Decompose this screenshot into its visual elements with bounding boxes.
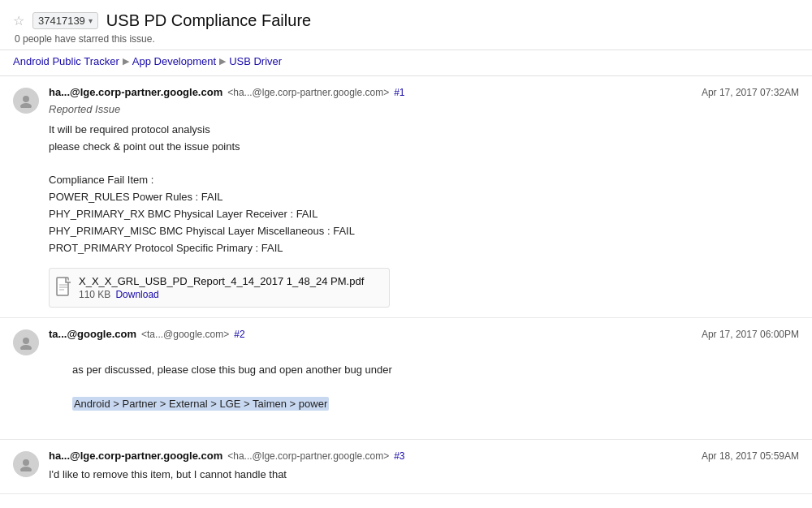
comment-1-body: ha...@lge.corp-partner.google.com <ha...… (49, 86, 799, 308)
comment-1-date: Apr 17, 2017 07:32AM (702, 87, 799, 98)
comment-2-body: ta...@google.com <ta...@google.com> #2 A… (49, 328, 799, 429)
comment-2-author-name: ta...@google.com (49, 328, 136, 340)
svg-point-9 (20, 467, 32, 471)
avatar-1 (13, 88, 39, 114)
comment-2-author-email: <ta...@google.com> (141, 329, 229, 340)
comment-2-header: ta...@google.com <ta...@google.com> #2 A… (49, 328, 799, 340)
svg-point-0 (23, 96, 29, 102)
comment-3-header: ha...@lge.corp-partner.google.com <ha...… (49, 450, 799, 462)
comment-3-num[interactable]: #3 (394, 450, 404, 462)
comment-2-highlight: Android > Partner > External > LGE > Tai… (72, 397, 329, 411)
issue-header: ☆ 37417139 ▾ USB PD Compliance Failure 0… (0, 0, 812, 50)
issue-title-row: ☆ 37417139 ▾ USB PD Compliance Failure (13, 11, 799, 30)
comment-1: ha...@lge.corp-partner.google.com <ha...… (0, 76, 812, 318)
breadcrumb-link-android[interactable]: Android Public Tracker (13, 55, 119, 67)
comment-2-author-info: ta...@google.com <ta...@google.com> #2 (49, 328, 245, 340)
issue-id-dropdown-arrow[interactable]: ▾ (89, 16, 93, 25)
issue-title: USB PD Compliance Failure (106, 11, 311, 30)
file-icon (56, 277, 72, 300)
breadcrumb-link-usbdriver[interactable]: USB Driver (229, 55, 282, 67)
comment-1-author-info: ha...@lge.corp-partner.google.com <ha...… (49, 86, 405, 98)
breadcrumb-link-appdev[interactable]: App Development (132, 55, 216, 67)
svg-point-7 (20, 345, 32, 350)
avatar-3 (13, 451, 39, 477)
comments-section: ha...@lge.corp-partner.google.com <ha...… (0, 75, 812, 494)
breadcrumb-sep-2: ▶ (219, 56, 226, 67)
attachment-size: 110 KB (79, 289, 110, 300)
comment-1-label: Reported Issue (49, 103, 799, 115)
comment-3-author-info: ha...@lge.corp-partner.google.com <ha...… (49, 450, 405, 462)
comment-1-author-email: <ha...@lge.corp-partner.google.com> (227, 87, 389, 98)
comment-3-date: Apr 18, 2017 05:59AM (702, 450, 799, 462)
comment-3-author-name: ha...@lge.corp-partner.google.com (49, 450, 222, 462)
attachment-name: X_X_X_GRL_USB_PD_Report_4_14_2017 1_48_2… (79, 275, 364, 287)
comment-1-attachment: X_X_X_GRL_USB_PD_Report_4_14_2017 1_48_2… (49, 268, 390, 308)
breadcrumb: Android Public Tracker ▶ App Development… (0, 50, 812, 75)
comment-2-num[interactable]: #2 (234, 329, 244, 340)
comment-2-text: as per discussed, please close this bug … (49, 345, 799, 429)
comment-1-header: ha...@lge.corp-partner.google.com <ha...… (49, 86, 799, 98)
comment-2: ta...@google.com <ta...@google.com> #2 A… (0, 318, 812, 440)
comment-2-date: Apr 17, 2017 06:00PM (702, 329, 799, 340)
svg-point-6 (23, 338, 29, 344)
breadcrumb-sep-1: ▶ (123, 56, 129, 67)
avatar-2 (13, 329, 39, 355)
svg-point-1 (20, 103, 32, 108)
download-link[interactable]: Download (115, 289, 158, 300)
issue-id-badge[interactable]: 37417139 ▾ (32, 12, 98, 29)
star-icon[interactable]: ☆ (13, 13, 24, 28)
issue-id: 37417139 (38, 15, 85, 27)
comment-3: ha...@lge.corp-partner.google.com <ha...… (0, 440, 812, 494)
attachment-info: X_X_X_GRL_USB_PD_Report_4_14_2017 1_48_2… (79, 275, 364, 300)
comment-1-author-name: ha...@lge.corp-partner.google.com (49, 86, 222, 98)
comment-3-author-email: <ha...@lge.corp-partner.google.com> (227, 450, 389, 462)
comment-1-num[interactable]: #1 (394, 87, 404, 98)
svg-point-8 (23, 459, 29, 466)
comment-3-text: I'd like to remove this item, but I cann… (49, 467, 799, 484)
comment-3-body: ha...@lge.corp-partner.google.com <ha...… (49, 450, 799, 484)
attachment-meta: 110 KB Download (79, 289, 364, 300)
comment-1-text: It will be required protocol analysis pl… (49, 122, 799, 256)
issue-stars-count: 0 people have starred this issue. (15, 33, 799, 45)
